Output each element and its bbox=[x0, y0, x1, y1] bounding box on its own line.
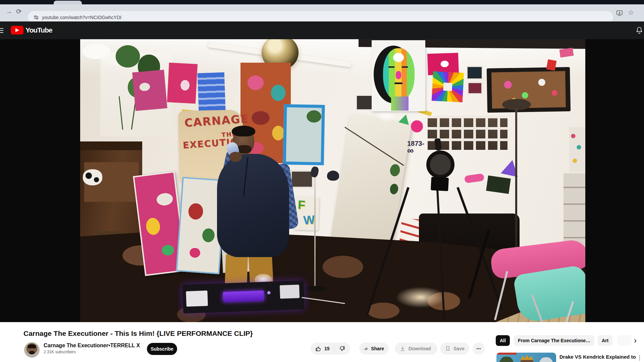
pink-wall-object bbox=[464, 173, 484, 183]
save-bookmark-icon bbox=[445, 346, 451, 352]
forward-icon[interactable]: → bbox=[6, 8, 12, 15]
hat-on-wall bbox=[327, 171, 339, 181]
blue-mirror bbox=[283, 104, 325, 165]
save-button[interactable]: Save bbox=[440, 343, 469, 355]
small-frame bbox=[467, 66, 483, 79]
browser-toolbar: → ⟳ youtube.com/watch?v=NCiOGwhcYDI ☆ bbox=[0, 4, 644, 21]
youtube-play-icon bbox=[11, 26, 23, 35]
mic-stand-base bbox=[303, 286, 327, 291]
face-portrait-poster bbox=[372, 40, 425, 111]
youtube-logo[interactable]: YouTube bbox=[11, 26, 52, 35]
like-button[interactable]: 15 bbox=[311, 346, 334, 352]
watch-info-section: Carnage The Executioner - This Is Him! {… bbox=[0, 322, 644, 362]
more-actions-button[interactable]: ⋯ bbox=[473, 343, 485, 355]
small-dark-frame bbox=[356, 95, 373, 111]
notifications-bell-icon[interactable] bbox=[635, 26, 644, 35]
thumbs-down-icon bbox=[339, 346, 345, 352]
performer-beard bbox=[237, 145, 251, 153]
flow-letter-f: F bbox=[298, 198, 305, 212]
flow-graffiti-art: F W bbox=[294, 196, 319, 231]
mic-stand-pole bbox=[314, 173, 316, 289]
channel-meta: Carnage The Executioner•TERRELL X 2.31K … bbox=[44, 343, 140, 354]
related-video-title[interactable]: Drake VS Kendrick Explained to bbox=[559, 354, 636, 360]
guide-menu-icon[interactable] bbox=[0, 27, 3, 34]
shelf bbox=[569, 127, 585, 172]
like-dislike-pill: 15 bbox=[311, 343, 350, 355]
leaning-panel bbox=[331, 114, 412, 247]
red-sticker bbox=[546, 59, 557, 71]
small-mirror bbox=[290, 170, 314, 188]
site-info-icon[interactable] bbox=[33, 14, 39, 20]
url-text: youtube.com/watch?v=NCiOGwhcYDI bbox=[42, 15, 121, 20]
browser-window: → ⟳ youtube.com/watch?v=NCiOGwhcYDI ☆ Yo… bbox=[0, 0, 644, 362]
dislike-button[interactable] bbox=[335, 346, 349, 352]
dark-slab bbox=[486, 175, 511, 194]
mic-stand-mic bbox=[310, 166, 319, 178]
thumbs-up-icon bbox=[315, 346, 322, 352]
active-tab[interactable] bbox=[54, 1, 82, 4]
share-label: Share bbox=[371, 346, 384, 351]
save-label: Save bbox=[453, 346, 465, 351]
share-button[interactable]: Share bbox=[359, 343, 389, 355]
purple-triangle-art bbox=[501, 158, 521, 177]
floor-light-glow bbox=[395, 287, 446, 308]
performer-hair bbox=[232, 126, 255, 136]
related-thumbnail[interactable] bbox=[496, 353, 556, 362]
cow-print-object bbox=[83, 169, 102, 185]
wall-art bbox=[132, 70, 167, 111]
reload-icon[interactable]: ⟳ bbox=[16, 8, 22, 15]
more-icon: ⋯ bbox=[476, 346, 481, 351]
video-frame: CARNAGE THE EXECUTIONE F W bbox=[80, 39, 585, 322]
pedalboard bbox=[182, 281, 305, 314]
youtube-wordmark: YouTube bbox=[25, 26, 52, 34]
rainbow-pinwheel-art bbox=[432, 71, 464, 103]
video-player[interactable]: CARNAGE THE EXECUTIONE F W bbox=[0, 39, 644, 322]
share-icon bbox=[364, 346, 368, 352]
chip-from-channel[interactable]: From Carnage The Executione… bbox=[514, 335, 594, 346]
performer-vest bbox=[217, 154, 289, 257]
chips-scroll-next[interactable]: › bbox=[629, 334, 642, 347]
like-count: 15 bbox=[324, 346, 330, 351]
video-title: Carnage The Executioner - This Is Him! {… bbox=[23, 329, 253, 338]
flow-letter-w: W bbox=[303, 213, 315, 227]
window-title-strip bbox=[0, 0, 644, 4]
channel-name[interactable]: Carnage The Executioner•TERRELL X bbox=[44, 343, 140, 349]
bookmark-star-icon[interactable]: ☆ bbox=[628, 8, 634, 16]
chip-art[interactable]: Art bbox=[598, 335, 612, 346]
wall-art bbox=[167, 63, 198, 104]
youtube-header: YouTube + Create bbox=[0, 21, 644, 39]
download-button[interactable]: Download bbox=[395, 343, 437, 355]
install-icon[interactable] bbox=[616, 9, 623, 17]
camera-body bbox=[431, 177, 449, 191]
small-frame bbox=[468, 82, 482, 94]
pink-circle-art bbox=[411, 120, 423, 132]
ring-light bbox=[426, 150, 454, 179]
wall-text: 1873- ∞ bbox=[407, 140, 424, 156]
download-icon bbox=[399, 346, 406, 352]
chip-all[interactable]: All bbox=[496, 335, 510, 346]
download-label: Download bbox=[409, 346, 431, 351]
performer-hand bbox=[229, 152, 242, 162]
channel-avatar[interactable] bbox=[24, 342, 40, 358]
subscribe-button[interactable]: Subscribe bbox=[147, 343, 177, 355]
chevron-right-icon: › bbox=[634, 336, 637, 345]
subscriber-count: 2.31K subscribers bbox=[44, 350, 140, 354]
related-menu-icon[interactable]: ⋮ bbox=[637, 354, 642, 361]
